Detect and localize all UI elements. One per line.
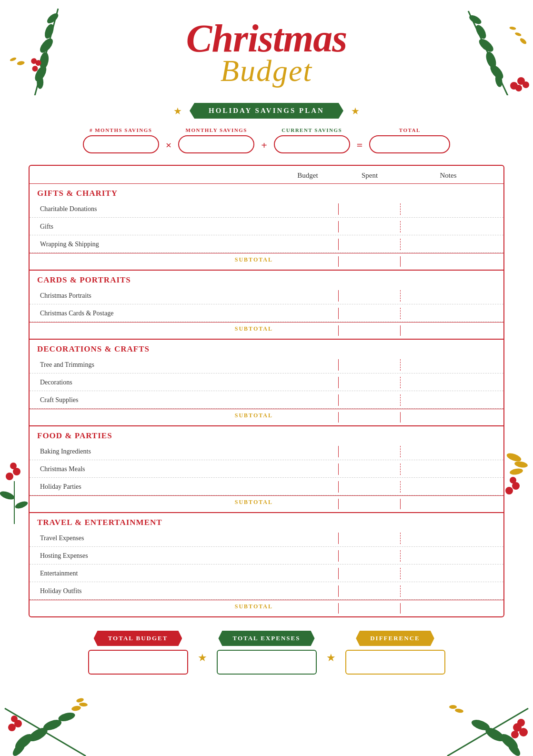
spent-cell[interactable]	[339, 239, 401, 250]
total-expenses-input[interactable]	[217, 650, 317, 675]
section-title-travel: TRAVEL & ENTERTAINMENT	[37, 518, 277, 527]
notes-cell[interactable]	[401, 533, 496, 544]
current-savings-input[interactable]	[274, 135, 350, 153]
row-label: Entertainment	[37, 570, 277, 577]
budget-cell[interactable]	[277, 550, 339, 562]
table-row: Christmas Meals	[30, 460, 503, 478]
svg-point-33	[79, 702, 88, 707]
subtotal-notes-cell	[401, 499, 496, 509]
total-savings-input[interactable]	[369, 135, 450, 153]
monthly-savings-label: MONTHLY SAVINGS	[186, 127, 247, 133]
spent-cell[interactable]	[339, 568, 401, 579]
notes-cell[interactable]	[401, 290, 496, 302]
holiday-savings-label: HOLIDAY SAVINGS PLAN	[190, 103, 343, 119]
months-savings-col: # MONTHS SAVINGS	[83, 127, 159, 153]
notes-cell[interactable]	[401, 585, 496, 597]
budget-cell[interactable]	[277, 221, 339, 232]
spent-cell[interactable]	[339, 203, 401, 215]
subtotal-spent-cell[interactable]	[339, 603, 401, 614]
difference-input[interactable]	[345, 650, 445, 675]
spent-cell[interactable]	[339, 481, 401, 493]
budget-cell[interactable]	[277, 308, 339, 319]
spent-cell[interactable]	[339, 550, 401, 562]
row-label: Holiday Parties	[37, 483, 277, 491]
total-budget-banner: TOTAL BUDGET	[94, 631, 182, 646]
budget-cell[interactable]	[277, 290, 339, 302]
notes-cell[interactable]	[401, 221, 496, 232]
budget-cell[interactable]	[277, 481, 339, 493]
budget-cell[interactable]	[277, 203, 339, 215]
months-savings-input[interactable]	[83, 135, 159, 153]
section-title-cards: CARDS & PORTRAITS	[37, 275, 277, 285]
notes-cell[interactable]	[401, 308, 496, 319]
notes-cell[interactable]	[401, 359, 496, 371]
budget-cell[interactable]	[277, 394, 339, 406]
spent-cell[interactable]	[339, 446, 401, 457]
section-title-food: FOOD & PARTIES	[37, 431, 277, 441]
notes-cell[interactable]	[401, 481, 496, 493]
budget-cell[interactable]	[277, 464, 339, 475]
table-row: Travel Expenses	[30, 529, 503, 547]
row-label: Decorations	[37, 379, 277, 386]
notes-cell[interactable]	[401, 464, 496, 475]
spent-cell[interactable]	[339, 290, 401, 302]
subtotal-budget-cell[interactable]	[277, 256, 339, 267]
budget-cell[interactable]	[277, 568, 339, 579]
table-row: Christmas Portraits	[30, 287, 503, 304]
subtotal-spent-cell[interactable]	[339, 499, 401, 509]
subtotal-notes-cell	[401, 603, 496, 614]
subtotal-budget-cell[interactable]	[277, 603, 339, 614]
budget-cell[interactable]	[277, 359, 339, 371]
subtotal-spent-cell[interactable]	[339, 256, 401, 267]
notes-cell[interactable]	[401, 568, 496, 579]
star-divider-1: ★	[198, 652, 207, 664]
svg-point-37	[11, 716, 18, 722]
budget-cell[interactable]	[277, 446, 339, 457]
spent-cell[interactable]	[339, 359, 401, 371]
budget-table: Budget Spent Notes GIFTS & CHARITY Chari…	[29, 165, 504, 617]
section-travel-entertainment: TRAVEL & ENTERTAINMENT Travel Expenses H…	[30, 513, 503, 616]
row-label: Charitable Donations	[37, 205, 277, 213]
section-decorations-crafts: DECORATIONS & CRAFTS Tree and Trimmings …	[30, 340, 503, 426]
budget-cell[interactable]	[277, 377, 339, 388]
spent-cell[interactable]	[339, 377, 401, 388]
spent-cell[interactable]	[339, 308, 401, 319]
table-row: Gifts	[30, 218, 503, 235]
spent-cell[interactable]	[339, 585, 401, 597]
notes-cell[interactable]	[401, 550, 496, 562]
budget-cell[interactable]	[277, 239, 339, 250]
monthly-savings-input[interactable]	[178, 135, 254, 153]
total-budget-input[interactable]	[88, 650, 188, 675]
spent-cell[interactable]	[339, 221, 401, 232]
row-label: Christmas Meals	[37, 465, 277, 473]
subtotal-budget-cell[interactable]	[277, 499, 339, 509]
section-title-gifts: GIFTS & CHARITY	[37, 189, 277, 198]
subtotal-budget-cell[interactable]	[277, 412, 339, 423]
row-label: Craft Supplies	[37, 396, 277, 404]
spent-cell[interactable]	[339, 394, 401, 406]
notes-cell[interactable]	[401, 377, 496, 388]
table-row: Entertainment	[30, 564, 503, 582]
notes-cell[interactable]	[401, 446, 496, 457]
savings-banner: ★ HOLIDAY SAVINGS PLAN ★	[29, 103, 504, 119]
notes-cell[interactable]	[401, 203, 496, 215]
svg-point-32	[71, 705, 81, 711]
current-savings-label: CURRENT SAVINGS	[282, 127, 342, 133]
title-budget: Budget	[29, 53, 504, 89]
subtotal-budget-cell[interactable]	[277, 325, 339, 336]
subtotal-spent-cell[interactable]	[339, 325, 401, 336]
spent-cell[interactable]	[339, 464, 401, 475]
notes-cell[interactable]	[401, 394, 496, 406]
notes-cell[interactable]	[401, 239, 496, 250]
header-notes: Notes	[401, 171, 496, 180]
budget-cell[interactable]	[277, 585, 339, 597]
subtotal-spent-cell[interactable]	[339, 412, 401, 423]
row-label: Holiday Outfits	[37, 587, 277, 595]
row-label-cards-postage: Christmas Cards & Postage	[37, 310, 277, 317]
spent-cell[interactable]	[339, 533, 401, 544]
table-row: Craft Supplies	[30, 391, 503, 409]
budget-cell[interactable]	[277, 533, 339, 544]
row-label: Christmas Portraits	[37, 292, 277, 300]
section-gifts-charity: GIFTS & CHARITY Charitable Donations Gif…	[30, 184, 503, 271]
subtotal-notes-cell	[401, 256, 496, 267]
